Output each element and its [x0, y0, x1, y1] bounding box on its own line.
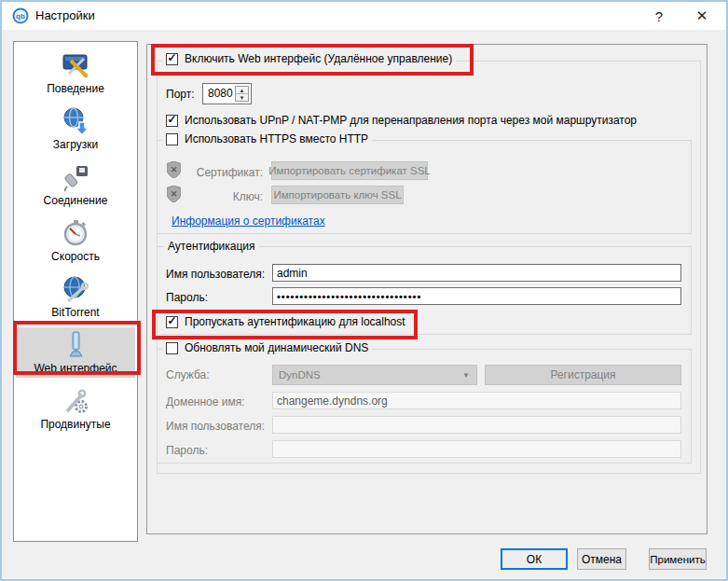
- sidebar-item-label: Web интерфейс: [16, 362, 135, 375]
- bittorrent-icon: [16, 271, 135, 305]
- bypass-localhost-row: ✓ Пропускать аутентификацию для localhos…: [166, 315, 405, 328]
- sidebar-item-label: Скорость: [16, 250, 135, 263]
- behavior-icon: [16, 48, 135, 81]
- auth-password-label: Пароль:: [166, 291, 208, 304]
- webui-icon: [16, 327, 135, 361]
- connection-icon: [16, 159, 135, 193]
- apply-button[interactable]: Применить: [649, 548, 707, 570]
- dns-service-label: Служба:: [166, 368, 210, 381]
- enable-webui-checkbox[interactable]: ✓: [166, 53, 178, 65]
- sidebar-item-label: Поведение: [16, 82, 135, 95]
- sidebar-item-bittorrent[interactable]: BitTorrent: [16, 271, 135, 322]
- sidebar-item-advanced[interactable]: Продвинутые: [16, 383, 135, 434]
- dns-service-value: DynDNS: [279, 369, 321, 380]
- dns-password-input[interactable]: [272, 440, 681, 458]
- sidebar: Поведение Загрузки: [13, 41, 138, 542]
- sidebar-item-label: Загрузки: [16, 138, 135, 151]
- key-shield-icon: ✕: [167, 186, 181, 202]
- window-title: Настройки: [35, 8, 95, 22]
- bypass-localhost-checkbox[interactable]: ✓: [166, 316, 178, 328]
- svg-text:qb: qb: [16, 12, 25, 21]
- import-ssl-key-button[interactable]: Импортировать ключ SSL: [271, 186, 404, 204]
- https-checkbox[interactable]: ✓: [166, 133, 178, 145]
- dropdown-arrow-icon: ▼: [462, 371, 470, 380]
- dns-domain-label: Доменное имя:: [166, 395, 245, 408]
- port-spinbox[interactable]: 8080 ▲ ▼: [202, 83, 252, 104]
- sidebar-item-label: Продвинутые: [16, 418, 135, 431]
- dns-service-dropdown[interactable]: DynDNS ▼: [272, 365, 477, 385]
- close-button[interactable]: ✕: [689, 6, 715, 26]
- dns-username-input[interactable]: [272, 416, 681, 434]
- ok-button[interactable]: ОК: [501, 548, 568, 570]
- sidebar-item-downloads[interactable]: Загрузки: [16, 104, 135, 154]
- help-button[interactable]: ?: [646, 6, 672, 26]
- dyndns-checkbox[interactable]: ✓: [166, 342, 178, 354]
- sidebar-item-connection[interactable]: Соединение: [16, 159, 135, 210]
- bypass-localhost-label[interactable]: Пропускать аутентификацию для localhost: [185, 315, 405, 328]
- upnp-checkbox[interactable]: ✓: [166, 115, 178, 127]
- dns-username-label: Имя пользователя:: [166, 420, 265, 433]
- cancel-button[interactable]: Отмена: [577, 548, 626, 570]
- downloads-icon: [16, 104, 135, 137]
- speed-icon: [16, 215, 135, 249]
- sidebar-item-behavior[interactable]: Поведение: [16, 48, 135, 98]
- auth-group-title: Аутентификация: [164, 238, 259, 255]
- sidebar-item-label: Соединение: [16, 194, 135, 207]
- auth-username-input[interactable]: [272, 264, 681, 282]
- auth-password-input[interactable]: [272, 287, 681, 305]
- certificate-shield-icon: ✕: [167, 161, 181, 178]
- port-label: Порт:: [166, 88, 195, 101]
- auth-username-label: Имя пользователя:: [166, 268, 265, 281]
- qbittorrent-logo-icon: qb: [12, 7, 29, 24]
- port-value: 8080: [208, 87, 233, 100]
- import-ssl-certificate-button[interactable]: Импортировать сертификат SSL: [271, 161, 428, 180]
- svg-text:✕: ✕: [171, 189, 178, 199]
- advanced-icon: [16, 383, 135, 417]
- spin-down-icon[interactable]: ▼: [236, 93, 248, 101]
- titlebar: qb Настройки ? ✕: [2, 2, 726, 30]
- svg-text:✕: ✕: [171, 165, 178, 174]
- dns-password-label: Пароль:: [166, 444, 208, 457]
- sidebar-item-webui[interactable]: Web интерфейс: [16, 327, 135, 378]
- https-label[interactable]: Использовать HTTPS вместо HTTP: [185, 132, 368, 145]
- enable-webui-row: ✓ Включить Web интерфейс (Удалённое упра…: [162, 52, 456, 65]
- sidebar-item-speed[interactable]: Скорость: [16, 215, 135, 266]
- https-title-row: ✓ Использовать HTTPS вместо HTTP: [162, 132, 372, 145]
- dns-register-button[interactable]: Регистрация: [485, 365, 681, 385]
- spin-up-icon[interactable]: ▲: [236, 87, 248, 93]
- dns-domain-input[interactable]: [272, 392, 681, 409]
- dyndns-title-row: ✓ Обновлять мой динамический DNS: [162, 341, 372, 354]
- enable-webui-label[interactable]: Включить Web интерфейс (Удалённое управл…: [185, 52, 452, 65]
- upnp-label[interactable]: Использовать UPnP / NAT-PMP для перенапр…: [185, 114, 637, 127]
- settings-window: qb Настройки ? ✕ Поведение: [0, 0, 728, 581]
- sidebar-item-label: BitTorrent: [16, 306, 135, 319]
- key-label: Ключ:: [185, 190, 263, 203]
- dyndns-label[interactable]: Обновлять мой динамический DNS: [185, 341, 368, 354]
- certificate-label: Сертификат:: [185, 166, 263, 179]
- certificate-info-link[interactable]: Информация о сертификатах: [172, 214, 325, 228]
- port-spin-buttons: ▲ ▼: [235, 86, 249, 102]
- upnp-row: ✓ Использовать UPnP / NAT-PMP для перена…: [166, 114, 637, 127]
